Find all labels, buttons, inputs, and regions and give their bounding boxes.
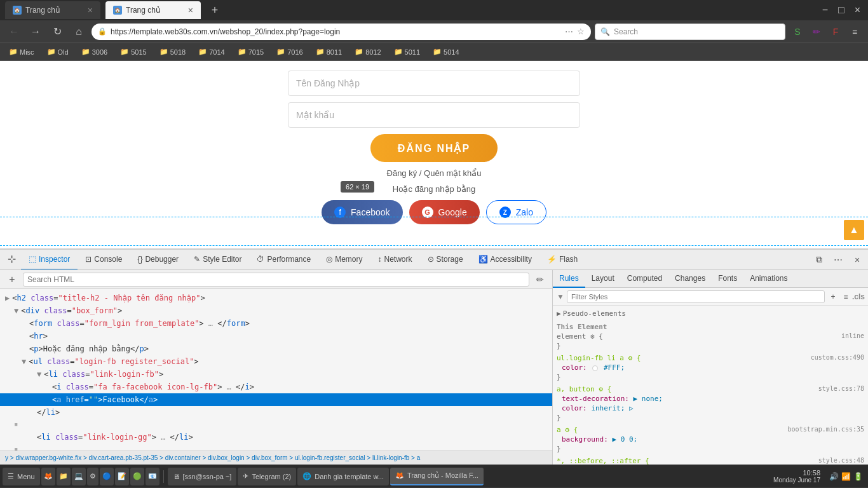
- css-tab-rules[interactable]: Rules: [553, 270, 585, 288]
- bookmark-icon[interactable]: ⋯: [565, 27, 573, 36]
- devtools-more-button[interactable]: ⋯: [830, 252, 846, 268]
- taskbar-terminal-icon[interactable]: 💻: [72, 468, 86, 485]
- tab-accessibility[interactable]: ♿ Accessibility: [471, 250, 539, 270]
- home-button[interactable]: ⌂: [70, 23, 88, 41]
- address-bar[interactable]: 🔒 https://template.web30s.com.vn/webshop…: [92, 24, 591, 40]
- taskbar-telegram-label: Telegram (2): [252, 473, 291, 480]
- css-tab-animations[interactable]: Animations: [743, 270, 794, 288]
- html-search-input[interactable]: [23, 273, 529, 287]
- css-tab-computed-label: Computed: [627, 274, 662, 283]
- network-icon[interactable]: 📶: [841, 472, 851, 481]
- bookmark-7014[interactable]: 📁7014: [194, 46, 228, 57]
- expand-icon[interactable]: ▶: [5, 292, 10, 304]
- add-rule-button[interactable]: +: [827, 291, 839, 302]
- bookmark-5015[interactable]: 📁5015: [116, 46, 150, 57]
- folder-icon: 📁: [355, 48, 363, 56]
- fb-icon: f: [334, 207, 346, 218]
- bookmark-5014[interactable]: 📁5014: [429, 46, 463, 57]
- username-field[interactable]: Tên Đăng Nhập: [288, 71, 580, 96]
- tab-console[interactable]: ⊡ Console: [78, 250, 130, 270]
- extension-icon-2[interactable]: ✏: [808, 24, 825, 40]
- tab-debugger[interactable]: {} Debugger: [130, 250, 186, 270]
- volume-icon[interactable]: 🔊: [829, 472, 839, 481]
- html-tag: <hr>: [29, 330, 48, 342]
- tab-performance[interactable]: ⏱ Performance: [249, 250, 318, 270]
- taskbar-blue-icon[interactable]: 🔵: [100, 468, 114, 485]
- toggle-classes-button[interactable]: ≡: [840, 291, 851, 302]
- tab-2-close[interactable]: ×: [188, 5, 193, 15]
- bookmark-7015[interactable]: 📁7015: [234, 46, 268, 57]
- filter-css-button[interactable]: .cls: [853, 291, 864, 302]
- expand-icon[interactable]: ▼: [22, 356, 26, 367]
- taskbar-telegram[interactable]: ✈ Telegram (2): [238, 468, 296, 485]
- taskbar-firefox-icon[interactable]: 🦊: [41, 468, 55, 485]
- css-tab-computed[interactable]: Computed: [621, 270, 668, 288]
- extension-icon-1[interactable]: S: [789, 24, 806, 40]
- back-button[interactable]: ←: [5, 23, 23, 41]
- tab-1[interactable]: 🏠 Trang chủ ×: [5, 1, 100, 19]
- scroll-top-button[interactable]: ▲: [844, 220, 864, 240]
- taskbar-green-icon[interactable]: 🟢: [130, 468, 144, 485]
- css-tab-fonts[interactable]: Fonts: [712, 270, 743, 288]
- register-forgot-link[interactable]: Đăng ký / Quên mật khẩu: [387, 168, 482, 178]
- google-login-button[interactable]: G Google: [409, 200, 480, 224]
- minimize-button[interactable]: −: [820, 4, 831, 16]
- new-tab-button[interactable]: +: [206, 1, 224, 19]
- taskbar-danh-gia[interactable]: 🌐 Danh gia template w...: [297, 468, 389, 485]
- bookmark-misc[interactable]: 📁Misc: [5, 46, 38, 57]
- tab-storage[interactable]: ⊙ Storage: [420, 250, 471, 270]
- devtools-dock-button[interactable]: ⧉: [811, 252, 827, 268]
- close-button[interactable]: ×: [852, 4, 863, 16]
- taskbar-text-icon[interactable]: 📝: [115, 468, 129, 485]
- devtools-pick-button[interactable]: ⊹: [3, 250, 21, 270]
- maximize-button[interactable]: □: [836, 4, 847, 16]
- bookmark-8011[interactable]: 📁8011: [312, 46, 346, 57]
- css-tab-changes[interactable]: Changes: [668, 270, 712, 288]
- devtools-toolbar-right: ⧉ ⋯ ×: [811, 252, 865, 268]
- css-rule-a: a ⚙ { bootstrap.min.css:35 background: ▶…: [557, 426, 864, 453]
- facebook-login-button[interactable]: 62 × 19 f Facebook: [322, 200, 402, 224]
- password-field[interactable]: Mật khẩu: [288, 102, 580, 128]
- html-line: ▼ <li class="link-login-fb">: [0, 368, 552, 381]
- css-filter-input[interactable]: [567, 290, 825, 303]
- bookmark-3006[interactable]: 📁3006: [78, 46, 111, 57]
- tab-flash[interactable]: ⚡ Flash: [539, 250, 585, 270]
- pseudo-elements-header[interactable]: ▶ Pseudo-elements: [557, 308, 864, 319]
- bookmark-5011[interactable]: 📁5011: [390, 46, 424, 57]
- taskbar-menu[interactable]: ☰ Menu: [3, 468, 40, 485]
- search-box[interactable]: 🔍 Search: [595, 24, 785, 40]
- extension-icon-3[interactable]: F: [827, 24, 844, 40]
- expand-icon[interactable]: ▼: [37, 369, 41, 380]
- menu-icon: ☰: [8, 472, 14, 480]
- css-tab-layout[interactable]: Layout: [585, 270, 621, 288]
- tab-1-label: Trang chủ: [25, 6, 60, 15]
- zalo-login-button[interactable]: Z Zalo: [486, 200, 546, 224]
- edit-html-button[interactable]: ✏: [533, 273, 547, 287]
- expand-icon[interactable]: ▼: [14, 305, 18, 316]
- devtools-close-button[interactable]: ×: [849, 252, 865, 268]
- tab-inspector[interactable]: ⬚ Inspector: [21, 250, 78, 270]
- css-prop-color-inherit: color: inherit; ▷: [562, 404, 864, 412]
- bookmark-7016[interactable]: 📁7016: [273, 46, 306, 57]
- battery-icon[interactable]: 🔋: [853, 472, 863, 481]
- reload-button[interactable]: ↻: [48, 23, 66, 41]
- add-node-button[interactable]: +: [5, 273, 19, 287]
- bookmark-old[interactable]: 📁Old: [43, 46, 72, 57]
- taskbar-trang-chu[interactable]: 🦊 Trang chủ - Mozilla F...: [390, 468, 484, 485]
- tab-2[interactable]: 🏠 Trang chủ ×: [105, 1, 201, 19]
- taskbar-settings-icon[interactable]: ⚙: [87, 468, 98, 485]
- forward-button[interactable]: →: [27, 23, 44, 41]
- tab-1-close[interactable]: ×: [88, 5, 93, 15]
- taskbar-terminal-pinned[interactable]: 🖥 [ssn@ssn-pa ~]: [168, 468, 237, 485]
- login-button[interactable]: ĐĂNG NHẬP: [370, 134, 498, 162]
- tab-network[interactable]: ↕ Network: [370, 250, 420, 270]
- tab-style-editor[interactable]: ✎ Style Editor: [186, 250, 249, 270]
- star-icon[interactable]: ☆: [577, 27, 585, 36]
- menu-button[interactable]: ≡: [846, 24, 863, 40]
- html-line-selected[interactable]: <a href="">Facebook</a>: [0, 393, 552, 406]
- bookmark-8012[interactable]: 📁8012: [351, 46, 384, 57]
- taskbar-files-icon[interactable]: 📁: [57, 468, 71, 485]
- tab-memory[interactable]: ◎ Memory: [318, 250, 370, 270]
- bookmark-5018[interactable]: 📁5018: [156, 46, 189, 57]
- taskbar-email-icon[interactable]: 📧: [146, 468, 159, 485]
